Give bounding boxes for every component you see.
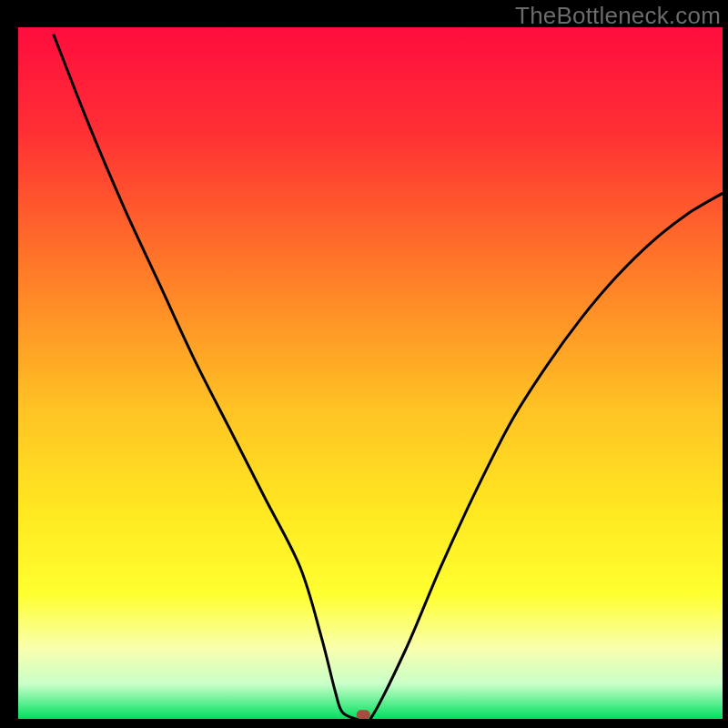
watermark-text: TheBottleneck.com <box>515 2 721 30</box>
plot-area <box>18 27 723 719</box>
plot-svg <box>18 27 723 719</box>
gradient-background <box>18 27 723 719</box>
chart-frame: TheBottleneck.com <box>0 0 728 728</box>
optimal-marker <box>357 710 370 719</box>
